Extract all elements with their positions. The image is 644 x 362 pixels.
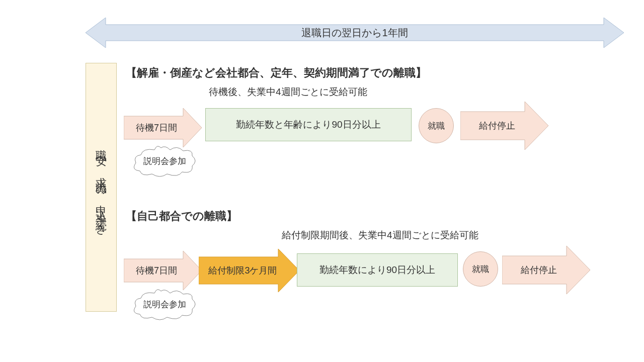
limit-label: 給付制限3ケ月間: [199, 264, 299, 277]
benefit-text-2: 勤続年数により90日分以上: [319, 263, 435, 277]
employment-text-1: 就職: [428, 120, 445, 132]
benefit-text-1: 勤続年数と年齢により90日分以上: [236, 118, 380, 131]
stop-label-2: 給付停止: [502, 264, 590, 276]
section1-title: 【解雇・倒産など会社都合、定年、契約期間満了での離職】: [126, 65, 427, 80]
left-procedure-box: 職安へ求職の申込手続き: [86, 63, 117, 312]
wait-arrow-2: 待機7日間: [124, 251, 202, 290]
wait-label-2: 待機7日間: [124, 264, 202, 277]
wait-arrow-1: 待機7日間: [124, 108, 202, 147]
benefit-box-1: 勤続年数と年齢により90日分以上: [205, 108, 412, 141]
info-bubble-1: 説明会参加: [132, 146, 197, 177]
info-bubble-2: 説明会参加: [132, 289, 197, 320]
employment-text-2: 就職: [472, 263, 489, 275]
limit-arrow: 給付制限3ケ月間: [199, 249, 299, 292]
wait-label-1: 待機7日間: [124, 122, 202, 134]
bubble-text-1: 説明会参加: [132, 155, 197, 166]
benefit-box-2: 勤続年数により90日分以上: [297, 253, 458, 287]
section1-subtitle: 待機後、失業中4週間ごとに受給可能: [209, 85, 367, 99]
period-label: 退職日の翌日から1年間: [86, 26, 624, 40]
section2-subtitle: 給付制限期間後、失業中4週間ごとに受給可能: [282, 229, 478, 242]
stop-arrow-2: 給付停止: [502, 246, 590, 294]
employment-circle-1: 就職: [419, 108, 454, 143]
stop-arrow-1: 給付停止: [460, 102, 548, 150]
bubble-text-2: 説明会参加: [132, 298, 197, 310]
left-procedure-label: 職安へ求職の申込手続き: [94, 141, 109, 234]
section2-title: 【自己都合での離職】: [126, 209, 237, 224]
stop-label-1: 給付停止: [460, 120, 548, 132]
employment-circle-2: 就職: [463, 251, 498, 287]
period-arrow: 退職日の翌日から1年間: [86, 18, 624, 48]
